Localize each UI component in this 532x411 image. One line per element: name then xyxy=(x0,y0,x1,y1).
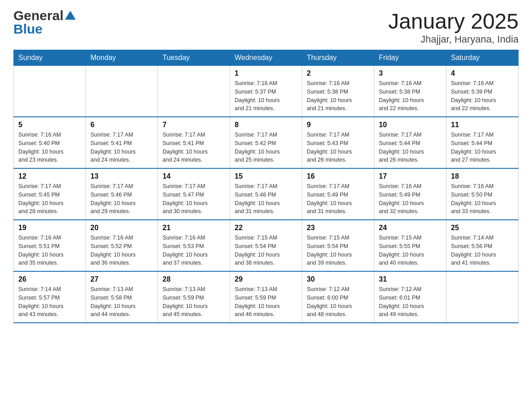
day-info: Sunrise: 7:14 AMSunset: 5:56 PMDaylight:… xyxy=(451,234,514,267)
day-number: 21 xyxy=(163,224,225,232)
day-number: 26 xyxy=(18,275,81,283)
header-sunday: Sunday xyxy=(14,50,86,66)
day-info: Sunrise: 7:16 AMSunset: 5:39 PMDaylight:… xyxy=(451,79,514,113)
calendar-cell-w4-d5: 23Sunrise: 7:15 AMSunset: 5:54 PMDayligh… xyxy=(302,220,374,271)
day-number: 19 xyxy=(18,224,81,232)
day-number: 29 xyxy=(235,275,297,283)
calendar-cell-w5-d3: 28Sunrise: 7:13 AMSunset: 5:59 PMDayligh… xyxy=(158,271,230,323)
calendar-body: 1Sunrise: 7:16 AMSunset: 5:37 PMDaylight… xyxy=(14,66,519,323)
calendar-cell-w1-d4: 1Sunrise: 7:16 AMSunset: 5:37 PMDaylight… xyxy=(230,66,302,117)
calendar-cell-w2-d1: 5Sunrise: 7:16 AMSunset: 5:40 PMDaylight… xyxy=(14,117,86,168)
calendar-cell-w2-d4: 8Sunrise: 7:17 AMSunset: 5:42 PMDaylight… xyxy=(230,117,302,168)
calendar-cell-w5-d1: 26Sunrise: 7:14 AMSunset: 5:57 PMDayligh… xyxy=(14,271,86,323)
day-number: 20 xyxy=(90,224,153,232)
calendar-cell-w3-d1: 12Sunrise: 7:17 AMSunset: 5:45 PMDayligh… xyxy=(14,168,86,220)
calendar-cell-w1-d6: 3Sunrise: 7:16 AMSunset: 5:38 PMDaylight… xyxy=(374,66,446,117)
day-number: 9 xyxy=(307,121,369,129)
calendar-cell-w2-d7: 11Sunrise: 7:17 AMSunset: 5:44 PMDayligh… xyxy=(446,117,519,168)
day-number: 4 xyxy=(451,69,514,77)
calendar-week-2: 5Sunrise: 7:16 AMSunset: 5:40 PMDaylight… xyxy=(14,117,519,168)
day-info: Sunrise: 7:12 AMSunset: 6:01 PMDaylight:… xyxy=(379,285,442,319)
day-info: Sunrise: 7:17 AMSunset: 5:44 PMDaylight:… xyxy=(379,131,442,164)
day-info: Sunrise: 7:16 AMSunset: 5:38 PMDaylight:… xyxy=(379,79,442,113)
calendar-cell-w5-d4: 29Sunrise: 7:13 AMSunset: 5:59 PMDayligh… xyxy=(230,271,302,323)
calendar-cell-w4-d3: 21Sunrise: 7:16 AMSunset: 5:53 PMDayligh… xyxy=(158,220,230,271)
logo-general-text: General xyxy=(13,9,64,22)
day-info: Sunrise: 7:17 AMSunset: 5:43 PMDaylight:… xyxy=(307,131,369,164)
day-number: 22 xyxy=(235,224,297,232)
day-number: 23 xyxy=(307,224,369,232)
day-number: 2 xyxy=(307,69,369,77)
weekday-header-row: Sunday Monday Tuesday Wednesday Thursday… xyxy=(14,50,519,66)
day-number: 1 xyxy=(235,69,297,77)
day-info: Sunrise: 7:17 AMSunset: 5:44 PMDaylight:… xyxy=(451,131,514,164)
day-info: Sunrise: 7:17 AMSunset: 5:41 PMDaylight:… xyxy=(163,131,225,164)
day-number: 11 xyxy=(451,121,514,129)
day-number: 28 xyxy=(163,275,225,283)
calendar-cell-w3-d2: 13Sunrise: 7:17 AMSunset: 5:46 PMDayligh… xyxy=(86,168,158,220)
day-number: 8 xyxy=(235,121,297,129)
calendar-cell-w1-d5: 2Sunrise: 7:16 AMSunset: 5:38 PMDaylight… xyxy=(302,66,374,117)
calendar-cell-w3-d4: 15Sunrise: 7:17 AMSunset: 5:48 PMDayligh… xyxy=(230,168,302,220)
day-number: 25 xyxy=(451,224,514,232)
day-info: Sunrise: 7:16 AMSunset: 5:38 PMDaylight:… xyxy=(307,79,369,113)
day-number: 7 xyxy=(163,121,225,129)
calendar-cell-w5-d2: 27Sunrise: 7:13 AMSunset: 5:58 PMDayligh… xyxy=(86,271,158,323)
calendar-cell-w2-d3: 7Sunrise: 7:17 AMSunset: 5:41 PMDaylight… xyxy=(158,117,230,168)
title-block: January 2025 Jhajjar, Haryana, India xyxy=(388,9,519,45)
calendar-cell-w1-d2 xyxy=(86,66,158,117)
calendar-subtitle: Jhajjar, Haryana, India xyxy=(388,34,519,45)
day-info: Sunrise: 7:16 AMSunset: 5:50 PMDaylight:… xyxy=(451,182,514,216)
logo-triangle-icon xyxy=(65,11,76,20)
day-info: Sunrise: 7:13 AMSunset: 5:58 PMDaylight:… xyxy=(90,285,153,319)
calendar-week-4: 19Sunrise: 7:16 AMSunset: 5:51 PMDayligh… xyxy=(14,220,519,271)
header-tuesday: Tuesday xyxy=(158,50,230,66)
day-number: 5 xyxy=(18,121,81,129)
calendar-cell-w5-d6: 31Sunrise: 7:12 AMSunset: 6:01 PMDayligh… xyxy=(374,271,446,323)
day-number: 31 xyxy=(379,275,442,283)
calendar-cell-w5-d7 xyxy=(446,271,519,323)
day-info: Sunrise: 7:16 AMSunset: 5:40 PMDaylight:… xyxy=(18,131,81,164)
day-info: Sunrise: 7:17 AMSunset: 5:41 PMDaylight:… xyxy=(90,131,153,164)
day-info: Sunrise: 7:13 AMSunset: 5:59 PMDaylight:… xyxy=(235,285,297,319)
day-number: 12 xyxy=(18,172,81,180)
day-info: Sunrise: 7:16 AMSunset: 5:37 PMDaylight:… xyxy=(235,79,297,113)
day-info: Sunrise: 7:13 AMSunset: 5:59 PMDaylight:… xyxy=(163,285,225,319)
calendar-cell-w1-d1 xyxy=(14,66,86,117)
day-info: Sunrise: 7:15 AMSunset: 5:55 PMDaylight:… xyxy=(379,234,442,267)
day-info: Sunrise: 7:14 AMSunset: 5:57 PMDaylight:… xyxy=(18,285,81,319)
day-number: 6 xyxy=(90,121,153,129)
header-wednesday: Wednesday xyxy=(230,50,302,66)
day-number: 24 xyxy=(379,224,442,232)
day-number: 18 xyxy=(451,172,514,180)
header-thursday: Thursday xyxy=(302,50,374,66)
calendar-cell-w3-d7: 18Sunrise: 7:16 AMSunset: 5:50 PMDayligh… xyxy=(446,168,519,220)
day-info: Sunrise: 7:15 AMSunset: 5:54 PMDaylight:… xyxy=(307,234,369,267)
day-number: 3 xyxy=(379,69,442,77)
calendar-cell-w4-d1: 19Sunrise: 7:16 AMSunset: 5:51 PMDayligh… xyxy=(14,220,86,271)
calendar-title: January 2025 xyxy=(388,9,519,34)
day-info: Sunrise: 7:17 AMSunset: 5:45 PMDaylight:… xyxy=(18,182,81,216)
logo: General Blue xyxy=(13,9,76,37)
day-number: 27 xyxy=(90,275,153,283)
calendar-table: Sunday Monday Tuesday Wednesday Thursday… xyxy=(13,50,519,323)
day-info: Sunrise: 7:17 AMSunset: 5:47 PMDaylight:… xyxy=(163,182,225,216)
calendar-cell-w4-d7: 25Sunrise: 7:14 AMSunset: 5:56 PMDayligh… xyxy=(446,220,519,271)
calendar-cell-w3-d3: 14Sunrise: 7:17 AMSunset: 5:47 PMDayligh… xyxy=(158,168,230,220)
logo-blue-text: Blue xyxy=(13,21,43,37)
day-info: Sunrise: 7:16 AMSunset: 5:53 PMDaylight:… xyxy=(163,234,225,267)
header-friday: Friday xyxy=(374,50,446,66)
day-info: Sunrise: 7:16 AMSunset: 5:49 PMDaylight:… xyxy=(379,182,442,216)
calendar-cell-w4-d6: 24Sunrise: 7:15 AMSunset: 5:55 PMDayligh… xyxy=(374,220,446,271)
calendar-cell-w2-d6: 10Sunrise: 7:17 AMSunset: 5:44 PMDayligh… xyxy=(374,117,446,168)
calendar-week-5: 26Sunrise: 7:14 AMSunset: 5:57 PMDayligh… xyxy=(14,271,519,323)
day-number: 13 xyxy=(90,172,153,180)
calendar-week-1: 1Sunrise: 7:16 AMSunset: 5:37 PMDaylight… xyxy=(14,66,519,117)
calendar-cell-w1-d3 xyxy=(158,66,230,117)
calendar-cell-w4-d4: 22Sunrise: 7:15 AMSunset: 5:54 PMDayligh… xyxy=(230,220,302,271)
calendar-cell-w2-d5: 9Sunrise: 7:17 AMSunset: 5:43 PMDaylight… xyxy=(302,117,374,168)
calendar-cell-w3-d6: 17Sunrise: 7:16 AMSunset: 5:49 PMDayligh… xyxy=(374,168,446,220)
calendar-week-3: 12Sunrise: 7:17 AMSunset: 5:45 PMDayligh… xyxy=(14,168,519,220)
day-number: 15 xyxy=(235,172,297,180)
day-info: Sunrise: 7:17 AMSunset: 5:48 PMDaylight:… xyxy=(235,182,297,216)
